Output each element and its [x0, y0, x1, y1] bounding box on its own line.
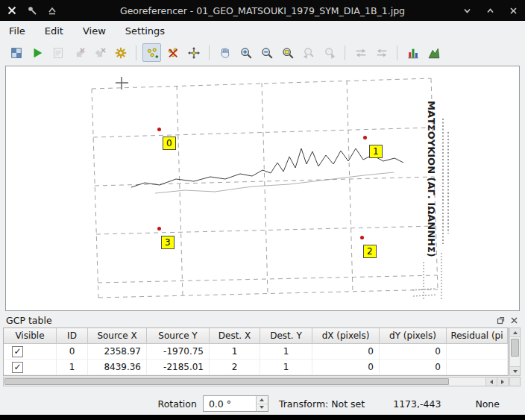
keep-above-icon[interactable]: [46, 4, 58, 16]
visible-checkbox[interactable]: ✓: [12, 346, 23, 357]
full-histogram-stretch-button[interactable]: [403, 43, 422, 62]
rotation-spinner[interactable]: 0.0 °: [203, 395, 268, 412]
source-x-cell[interactable]: 2358.97: [88, 344, 147, 360]
transform-status: Transform: Not set: [279, 398, 365, 410]
dx-cell[interactable]: 0: [312, 360, 380, 375]
move-point-button[interactable]: [184, 43, 203, 62]
zoom-last-button[interactable]: [299, 43, 318, 62]
source-y-cell[interactable]: -1970.75: [147, 344, 210, 360]
gcp-marker-dot-0[interactable]: [157, 128, 161, 131]
scroll-up-arrow-icon[interactable]: [510, 328, 520, 337]
residual-cell[interactable]: [447, 360, 508, 375]
dy-cell[interactable]: 0: [380, 344, 447, 360]
link-georeferencer-to-qgis-button[interactable]: [351, 43, 370, 62]
full-histogram-stretch-icon: [406, 46, 420, 60]
zoom-to-layer-button[interactable]: [278, 43, 297, 62]
move-point-icon: [187, 46, 201, 60]
add-point-button[interactable]: [142, 43, 161, 62]
spinner-down-button[interactable]: [257, 404, 268, 412]
dx-cell[interactable]: 0: [312, 344, 380, 360]
dest-y-cell[interactable]: 1: [260, 360, 312, 375]
gcp-marker-dot-3[interactable]: [157, 227, 161, 231]
column-header-dest-y[interactable]: Dest. Y: [260, 328, 312, 344]
spinner-up-button[interactable]: [257, 396, 268, 404]
residual-cell[interactable]: [447, 344, 508, 360]
gcp-marker-label-3[interactable]: 3: [161, 236, 175, 249]
local-histogram-stretch-icon: [427, 46, 441, 60]
gcp-marker-label-1[interactable]: 1: [369, 145, 383, 158]
window-bottom-edge: [0, 415, 525, 420]
pin-icon[interactable]: [26, 4, 38, 16]
zoom-in-button[interactable]: [236, 43, 255, 62]
column-header-dest-x[interactable]: Dest. X: [210, 328, 260, 344]
column-header-visible[interactable]: Visible: [4, 328, 57, 344]
cursor-coordinates: 1173,-443: [393, 398, 441, 410]
start-georeferencing-button[interactable]: [28, 43, 46, 62]
minimize-button[interactable]: [461, 4, 473, 16]
column-header-id[interactable]: ID: [57, 328, 88, 344]
toolbar: [0, 41, 525, 64]
vertical-scrollbar[interactable]: [509, 327, 521, 376]
dy-cell[interactable]: 0: [380, 360, 447, 375]
close-button[interactable]: [507, 4, 519, 16]
zoom-next-button[interactable]: [320, 43, 339, 62]
visible-cell: ✓: [4, 344, 57, 360]
open-raster-button[interactable]: [7, 43, 25, 62]
horizontal-scrollbar[interactable]: [3, 377, 509, 386]
column-header-dx[interactable]: dX (pixels): [312, 328, 380, 344]
link-qgis-to-georeferencer-icon: [375, 46, 389, 60]
panel-close-button[interactable]: [509, 316, 519, 325]
link-qgis-to-georeferencer-button[interactable]: [372, 43, 391, 62]
scroll-down-arrow-icon[interactable]: [510, 366, 520, 375]
gcp-marker-dot-2[interactable]: [360, 236, 364, 239]
menu-edit[interactable]: Edit: [45, 25, 63, 37]
dest-x-cell[interactable]: 2: [210, 360, 260, 375]
vertical-scrollbar-thumb[interactable]: [511, 339, 519, 357]
map-canvas[interactable]: ΜΑΤΣΟΥΚΙΟΝ (ΑΓ. ΙΩΑΝΝΗΣ) 0 1 2: [5, 66, 520, 311]
column-header-dy[interactable]: dY (pixels): [380, 328, 447, 344]
scroll-right-arrow-icon[interactable]: [497, 377, 508, 386]
column-header-source-y[interactable]: Source Y: [147, 328, 210, 344]
zoom-in-icon: [239, 46, 253, 60]
save-gcp-points-button[interactable]: [90, 43, 109, 62]
source-y-cell[interactable]: -2185.01: [147, 360, 210, 375]
gcp-panel-title: GCP table: [6, 315, 52, 326]
gcp-marker-label-2[interactable]: 2: [363, 245, 377, 258]
gcp-marker-label-0[interactable]: 0: [163, 137, 176, 150]
load-gcp-points-button[interactable]: [69, 43, 88, 62]
menu-view[interactable]: View: [83, 25, 106, 37]
menu-file[interactable]: File: [9, 25, 25, 37]
gcp-marker-dot-1[interactable]: [363, 136, 367, 140]
scanned-map-image: ΜΑΤΣΟΥΚΙΟΝ (ΑΓ. ΙΩΑΝΝΗΣ): [6, 66, 519, 310]
maximize-button[interactable]: [484, 4, 496, 16]
id-cell[interactable]: 1: [57, 360, 88, 375]
delete-point-button[interactable]: [163, 43, 182, 62]
dest-y-cell[interactable]: 1: [260, 344, 312, 360]
open-raster-icon: [10, 46, 23, 60]
column-header-source-x[interactable]: Source X: [88, 328, 147, 344]
gcp-panel-header: GCP table: [0, 313, 525, 327]
zoom-to-layer-icon: [281, 46, 295, 60]
id-cell[interactable]: 0: [57, 344, 88, 360]
pan-button[interactable]: [216, 43, 234, 62]
titlebar[interactable]: Georeferencer - 01_GEO_MATSOUKI_1979_SYM…: [0, 0, 525, 21]
zoom-last-icon: [302, 46, 315, 60]
window-title: Georeferencer - 01_GEO_MATSOUKI_1979_SYM…: [0, 5, 525, 16]
delete-point-icon: [166, 46, 180, 60]
zoom-out-button[interactable]: [257, 43, 276, 62]
transformation-settings-button[interactable]: [111, 43, 130, 62]
menu-settings[interactable]: Settings: [125, 25, 165, 37]
menubar: File Edit View Settings: [0, 21, 525, 41]
panel-float-button[interactable]: [496, 316, 506, 325]
load-gcp-points-icon: [72, 46, 86, 60]
scroll-left-arrow-icon[interactable]: [485, 377, 497, 386]
local-histogram-stretch-button[interactable]: [424, 43, 443, 62]
horizontal-scrollbar-thumb[interactable]: [4, 378, 449, 385]
generate-gdal-script-button[interactable]: [48, 43, 67, 62]
visible-checkbox[interactable]: ✓: [12, 362, 23, 373]
column-header-residual[interactable]: Residual (pi: [447, 328, 508, 344]
app-icon: [6, 4, 18, 16]
gcp-table-header-row: Visible ID Source X Source Y Dest. X Des…: [4, 328, 508, 344]
source-x-cell[interactable]: 8439.36: [88, 360, 147, 375]
dest-x-cell[interactable]: 1: [210, 344, 260, 360]
